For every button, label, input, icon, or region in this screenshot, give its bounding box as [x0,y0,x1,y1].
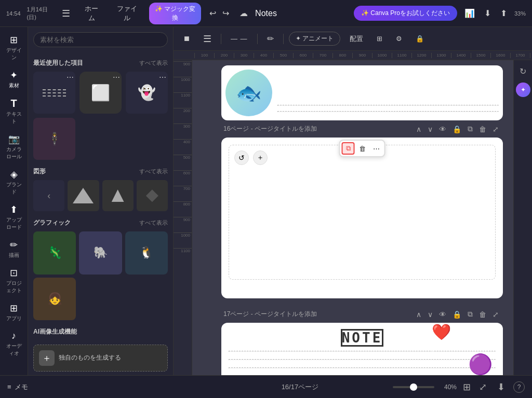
sidebar-item-camera[interactable]: 📷 カメラロール [2,130,26,163]
page-17-more[interactable]: ⤢ [490,309,501,320]
sidebar-label-text: テキスト [4,111,24,125]
cloud-save-button[interactable]: ☁ [237,6,250,20]
recent-item-1-more[interactable]: ⋯ [66,73,74,81]
ai-generate-button[interactable]: ＋ 独自のものを生成する [33,345,168,372]
canvas-scroll[interactable]: 🐟 16ページ - ページタイトルを添加 ∧ ∨ 👁 🔒 [192,60,513,375]
sidebar-item-elements[interactable]: ✦ 素材 [2,66,26,92]
help-button[interactable]: ? [513,381,525,393]
ruler-mark-1300: 1300 [431,53,451,58]
minus-line-button[interactable]: — — [227,33,252,45]
grid-toggle-button[interactable]: ⊞ [463,381,471,393]
graphic-item-2[interactable]: 🐘 [79,231,122,274]
ai-plus-icon: ＋ [39,350,55,366]
show-all-shapes[interactable]: すべて表示 [139,168,168,175]
top-bar-left: 14:54 1月14日(日) ☰ ホーム ファイル ✨ マジック変換 ↩ ↪ ☁ [6,2,250,25]
sidebar-label-elements: 素材 [9,82,19,89]
page-17-canvas[interactable]: NOTE ❤️| 🟣 [221,323,503,375]
page-16-delete[interactable]: 🗑 [477,123,488,134]
page-17-lock[interactable]: 🔒 [450,309,463,320]
recent-item-4[interactable]: 🕴 [33,118,75,160]
redo-button[interactable]: ↪ [220,6,231,20]
sidebar-label-design: デザイン [4,47,24,61]
float-more-button[interactable]: ⋯ [370,142,383,155]
page-16-up[interactable]: ∧ [414,123,423,134]
page-17-down[interactable]: ∨ [425,309,435,320]
canvas-with-ruler: 900 1000 1100 200 300 400 500 600 700 80… [174,60,532,375]
search-input[interactable] [33,32,168,47]
float-copy-button[interactable]: ⧉ [342,142,355,155]
page-17-eye[interactable]: 👁 [437,309,448,320]
page-16-canvas[interactable]: ⧉ 🗑 ⋯ ↺ ＋ [221,138,503,298]
recent-item-2[interactable]: ⬜ ⋯ [79,72,122,114]
rotate-button[interactable]: ↺ [234,150,249,165]
recent-item-3-more[interactable]: ⋯ [159,73,166,81]
undo-button[interactable]: ↩ [207,6,218,20]
sidebar-item-draw[interactable]: ✏ 描画 [2,236,26,262]
refresh-button[interactable]: ↻ [517,64,528,78]
hamburger-button[interactable]: ☰ [60,6,72,21]
page-17-up[interactable]: ∧ [414,309,423,320]
sidebar-item-app[interactable]: ⊞ アプリ [2,299,26,325]
home-button[interactable]: ホーム [78,2,104,25]
sidebar-item-design[interactable]: ⊞ デザイン [2,31,26,64]
recent-label: 最近使用した項目 [33,59,83,67]
graphic-item-1[interactable]: 🦎 [33,231,76,274]
page-17-inner: NOTE ❤️| 🟣 [221,323,503,375]
sidebar-item-upload[interactable]: ⬆ アップロード [2,201,26,234]
date-display: 1月14日(日) [27,6,54,21]
page-16-duplicate[interactable]: ⧉ [466,123,475,134]
graphics-section-header: グラフィック すべて表示 [33,218,168,227]
lock-button[interactable]: 🔒 [411,33,428,45]
page-16-lock[interactable]: 🔒 [450,123,463,134]
file-button[interactable]: ファイル [111,2,143,25]
recent-item-3[interactable]: 👻 ⋯ [126,72,168,114]
page-17-duplicate[interactable]: ⧉ [466,309,475,320]
shape-item-3[interactable] [102,180,134,211]
grid-view-button[interactable]: ⊞ [373,33,387,45]
download-bottom-button[interactable]: ⬇ [495,379,507,395]
sidebar-item-brand[interactable]: ◈ ブランド [2,166,26,199]
layout-button[interactable]: 配置 [345,32,367,46]
analytics-button[interactable]: 📊 [462,6,477,20]
show-all-graphics[interactable]: すべて表示 [139,219,168,227]
camera-icon: 📷 [8,133,20,145]
magic-transform-button[interactable]: ✨ マジック変換 [149,3,201,24]
shape-item-2[interactable]: ⋯ [68,180,99,211]
float-delete-button[interactable]: 🗑 [356,142,369,155]
canva-pro-button[interactable]: ✨ Canva Proをお試しください [354,6,457,21]
sidebar-item-project[interactable]: ⊡ プロジェクト [2,264,26,297]
ruler-mark-500: 500 [273,53,293,58]
stop-button[interactable]: ■ [180,31,194,46]
canvas-area: ■ ☰ — — ✏ ✦ アニメート 配置 ⊞ ⚙ 🔒 100 200 300 4… [174,27,532,375]
recent-item-2-more[interactable]: ⋯ [113,73,120,81]
menu-icon-button[interactable]: ☰ [199,31,216,47]
animate-button[interactable]: ✦ アニメート [289,32,340,46]
shape-item-1[interactable]: ‹ [33,180,64,211]
expand-button[interactable]: ⤢ [477,379,489,395]
graphic-item-3[interactable]: 🐧 [125,231,168,274]
filter-button[interactable]: ⚙ [392,33,406,45]
shape-item-4[interactable] [137,180,168,211]
toolbar-sep-1 [221,34,221,44]
recent-item-1[interactable]: ⋯ [33,72,75,114]
graphic-item-4[interactable]: 👧 [33,278,76,320]
page-16-more[interactable]: ⤢ [490,123,501,134]
zoom-slider-thumb[interactable] [410,383,417,391]
pen-tool-button[interactable]: ✏ [263,32,278,46]
sidebar-label-audio: オーディオ [4,342,24,357]
page-17-delete[interactable]: 🗑 [477,309,488,320]
share-button[interactable]: ⬆ [498,6,509,20]
memo-button[interactable]: ≡ メモ [7,382,28,392]
side-ruler-1100: 1100 [174,92,192,108]
add-element-button[interactable]: ＋ [253,150,268,165]
shapes-section-header: 図形 すべて表示 [33,167,168,176]
magic-edit-button[interactable]: ✦ [516,83,530,97]
upload-icon: ⬆ [10,204,18,215]
zoom-slider-track[interactable] [393,386,434,388]
download-button[interactable]: ⬇ [482,6,493,20]
page-16-eye[interactable]: 👁 [437,123,448,134]
page-16-down[interactable]: ∨ [425,123,435,134]
show-all-recent[interactable]: すべて表示 [139,59,168,67]
sidebar-item-text[interactable]: T テキスト [2,94,26,128]
sidebar-item-audio[interactable]: ♪ オーディオ [2,327,26,360]
